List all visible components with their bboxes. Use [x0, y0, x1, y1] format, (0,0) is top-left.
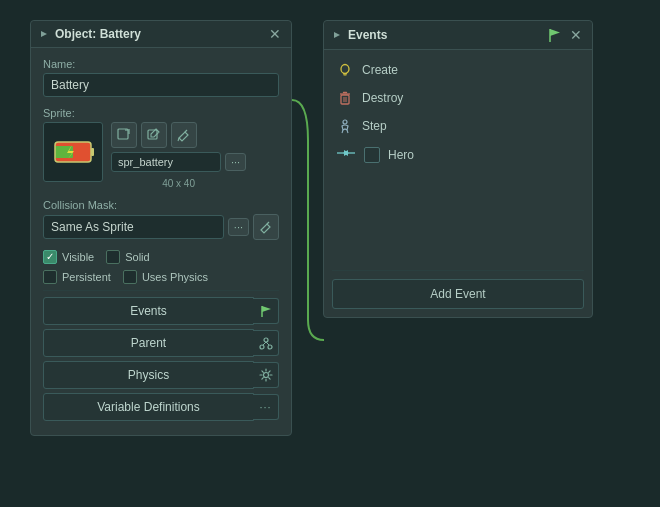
collision-row: ··· [43, 214, 279, 240]
ellipsis-dots: ··· [259, 401, 271, 413]
svg-line-18 [266, 342, 269, 345]
object-panel-header: Object: Battery ✕ [31, 21, 291, 48]
collision-input[interactable] [43, 215, 224, 239]
svg-rect-24 [343, 73, 347, 75]
edit-sprite-button[interactable] [141, 122, 167, 148]
collision-edit-icon [259, 220, 273, 234]
object-panel: Object: Battery ✕ Name: Sprite: [30, 20, 292, 436]
event-step-label: Step [362, 119, 387, 133]
divider-1 [43, 290, 279, 291]
svg-point-14 [264, 338, 268, 342]
hero-color-box [364, 147, 380, 163]
physics-button[interactable]: Physics [43, 361, 254, 389]
sprite-row: ··· 40 x 40 [43, 122, 279, 189]
svg-marker-0 [41, 31, 47, 37]
battery-sprite-image [52, 136, 94, 168]
parent-section-row: Parent [43, 329, 279, 357]
header-left: Object: Battery [39, 27, 141, 41]
hero-arrow-icon [336, 145, 356, 164]
connector-line [292, 80, 324, 360]
svg-line-32 [342, 130, 343, 133]
svg-marker-22 [550, 29, 560, 36]
sprite-top-buttons [111, 122, 246, 148]
variable-ellipsis-icon[interactable]: ··· [253, 394, 279, 420]
svg-point-23 [341, 65, 349, 74]
sprite-preview[interactable] [43, 122, 103, 182]
event-destroy-label: Destroy [362, 91, 403, 105]
name-input[interactable] [43, 73, 279, 97]
event-step[interactable]: Step [328, 112, 588, 140]
collision-label: Collision Mask: [43, 199, 279, 211]
events-collapse-icon[interactable] [332, 30, 342, 40]
events-panel-title: Events [348, 28, 387, 42]
flag-icon [259, 304, 273, 318]
parent-nodes-icon [259, 336, 273, 350]
event-hero[interactable]: Hero [328, 140, 588, 169]
events-header-left: Events [332, 28, 387, 42]
object-panel-close-button[interactable]: ✕ [267, 27, 283, 41]
svg-rect-25 [344, 75, 347, 76]
svg-line-17 [263, 342, 266, 345]
events-header-right: ✕ [546, 27, 584, 43]
physics-section-row: Physics [43, 361, 279, 389]
parent-button[interactable]: Parent [43, 329, 254, 357]
solid-checkbox[interactable]: Solid [106, 250, 149, 264]
parent-icon[interactable] [253, 330, 279, 356]
persistent-checkbox[interactable]: Persistent [43, 270, 111, 284]
uses-physics-checkbox[interactable]: Uses Physics [123, 270, 208, 284]
events-divider [332, 270, 584, 271]
physics-gear-icon[interactable] [253, 362, 279, 388]
event-create[interactable]: Create [328, 56, 588, 84]
sprite-section: Sprite: [43, 107, 279, 189]
add-event-button[interactable]: Add Event [332, 279, 584, 309]
events-button[interactable]: Events [43, 297, 254, 325]
events-list: Create Destroy [324, 50, 592, 270]
persistent-checkbox-box [43, 270, 57, 284]
event-hero-label: Hero [388, 148, 414, 162]
events-flag-icon[interactable] [253, 298, 279, 324]
destroy-icon [336, 89, 354, 107]
svg-line-11 [267, 222, 269, 224]
variable-definitions-row: Variable Definitions ··· [43, 393, 279, 421]
event-destroy[interactable]: Destroy [328, 84, 588, 112]
visible-checkbox[interactable]: ✓ Visible [43, 250, 94, 264]
collision-ellipsis-button[interactable]: ··· [228, 218, 249, 236]
events-panel-header: Events ✕ [324, 21, 592, 50]
svg-marker-13 [262, 306, 271, 312]
lightbulb-icon [337, 62, 353, 78]
sprite-size-label: 40 x 40 [111, 178, 246, 189]
new-sprite-button[interactable] [111, 122, 137, 148]
svg-point-16 [268, 345, 272, 349]
object-panel-body: Name: Sprite: [31, 48, 291, 435]
trash-icon [337, 90, 353, 106]
events-section-row: Events [43, 297, 279, 325]
visible-label: Visible [62, 251, 94, 263]
create-icon [336, 61, 354, 79]
new-sprite-icon [117, 128, 131, 142]
solid-label: Solid [125, 251, 149, 263]
pencil-icon [177, 128, 191, 142]
events-panel-close-button[interactable]: ✕ [568, 28, 584, 42]
collapse-triangle-icon[interactable] [39, 29, 49, 39]
solid-checkbox-box [106, 250, 120, 264]
visible-checkbox-box: ✓ [43, 250, 57, 264]
checkboxes-row-2: Persistent Uses Physics [43, 270, 279, 284]
variable-definitions-button[interactable]: Variable Definitions [43, 393, 254, 421]
svg-marker-37 [343, 150, 348, 156]
svg-point-31 [343, 120, 347, 124]
svg-point-15 [260, 345, 264, 349]
event-create-label: Create [362, 63, 398, 77]
sprite-label: Sprite: [43, 107, 279, 119]
name-section: Name: [43, 58, 279, 97]
collision-arrows-icon [336, 145, 356, 161]
sprite-controls: ··· 40 x 40 [111, 122, 246, 189]
gear-icon [259, 368, 273, 382]
sprite-ellipsis-button[interactable]: ··· [225, 153, 246, 171]
sprite-name-input[interactable] [111, 152, 221, 172]
collision-edit-button[interactable] [253, 214, 279, 240]
sprite-name-row: ··· [111, 152, 246, 172]
pencil-sprite-button[interactable] [171, 122, 197, 148]
svg-marker-20 [334, 32, 340, 38]
uses-physics-label: Uses Physics [142, 271, 208, 283]
svg-line-9 [185, 130, 187, 132]
